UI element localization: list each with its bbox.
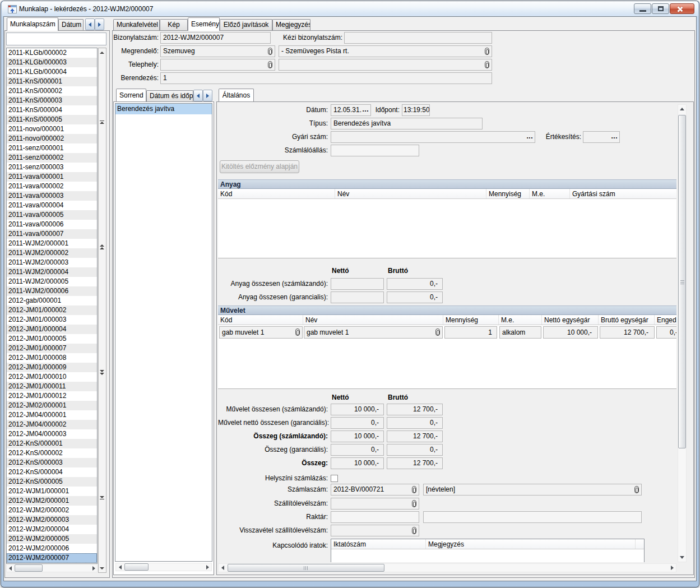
tab-munkafelvetel[interactable]: Munkafelvétel — [113, 19, 160, 30]
col-mennyiseg[interactable]: Mennyiség — [443, 315, 499, 325]
list-item[interactable]: 2012-WJM1/000001 — [7, 487, 97, 496]
worksheet-list[interactable]: 2011-KLGb/0000022011-KLGb/0000032011-KLG… — [6, 48, 98, 564]
date-picker-button[interactable]: ... — [362, 105, 369, 114]
kezi-bizonylatszam-field[interactable] — [344, 32, 492, 44]
berendezes-field[interactable]: 1 — [160, 72, 492, 84]
minimize-button[interactable] — [634, 3, 651, 14]
szallitolevel-field[interactable] — [331, 498, 419, 510]
paperclip-icon[interactable] — [412, 500, 416, 507]
szamlaszam-name-field[interactable]: [névtelen] — [423, 484, 642, 496]
list-item[interactable]: 2011-WJM2/000006 — [7, 286, 97, 296]
close-button[interactable] — [670, 3, 694, 14]
paperclip-icon[interactable] — [435, 328, 440, 336]
list-item[interactable]: 2011-vava/000002 — [7, 182, 97, 191]
kitoltes-button[interactable]: Kitöltés előzmény alapján — [220, 160, 299, 173]
muvelet-netto-egysegar-cell[interactable]: 10 000,- — [543, 326, 598, 339]
event-tab-scroll-right[interactable] — [203, 90, 212, 101]
muvelet-engedmeny-cell[interactable]: 0,- — [656, 326, 676, 339]
event-list[interactable]: Berendezés javítva — [115, 103, 212, 562]
megrendelo-code-field[interactable]: Szemuveg — [160, 45, 275, 57]
list-item[interactable]: 2012-JM04/000001 — [7, 410, 97, 420]
list-item[interactable]: 2012-JM01/000010 — [7, 372, 97, 382]
list-item[interactable]: 2011-WJM2/000003 — [7, 258, 97, 267]
col-mennyiseg[interactable]: Mennyiség — [486, 189, 530, 198]
list-item[interactable]: 2011-vava/000004 — [7, 201, 97, 210]
scroll-down-icon[interactable] — [99, 565, 105, 572]
list-item[interactable]: 2011-KLGb/000002 — [7, 48, 97, 58]
list-item[interactable]: 2012-JM02/000001 — [7, 401, 97, 410]
paperclip-icon[interactable] — [268, 48, 272, 55]
list-item[interactable]: 2011-vava/000001 — [7, 172, 97, 182]
list-item[interactable]: 2011-vava/000007 — [7, 229, 97, 239]
tab-scroll-left-button[interactable] — [85, 18, 95, 30]
scroll-top-icon[interactable] — [99, 119, 105, 126]
muvelet-kod-cell[interactable]: gab muvelet 1 — [219, 326, 303, 339]
detail-vscrollbar[interactable] — [678, 104, 687, 562]
list-item[interactable]: 2011-KnS/000001 — [7, 77, 97, 86]
list-item[interactable]: 2011-senz/000002 — [7, 153, 97, 163]
scroll-right-icon[interactable] — [205, 564, 210, 570]
col-iktatoszam[interactable]: Iktatószám — [331, 539, 426, 549]
list-item[interactable]: 2011-senz/000003 — [7, 163, 97, 172]
szamlaszam-field[interactable]: 2012-BV/000721 — [331, 484, 419, 496]
list-item[interactable]: 2012-WJM2/000004 — [7, 525, 97, 534]
muvelet-me-cell[interactable]: alkalom — [499, 326, 541, 339]
left-list-hscrollbar[interactable] — [6, 564, 98, 572]
list-item[interactable]: 2012-KnS/000003 — [7, 458, 97, 467]
paperclip-icon[interactable] — [268, 61, 272, 68]
list-item[interactable]: 2012-JM01/000012 — [7, 391, 97, 401]
telephely-name-field[interactable] — [279, 59, 492, 71]
tab-munkalapszam[interactable]: Munkalapszám — [7, 17, 58, 31]
list-item[interactable]: 2012-WJM2/000001 — [7, 496, 97, 506]
tipus-field[interactable]: Berendezés javítva — [331, 118, 483, 129]
detail-hscroll-thumb[interactable] — [228, 564, 384, 572]
muvelet-mennyiseg-cell[interactable]: 1 — [444, 326, 497, 339]
tab-altalanos[interactable]: Általános — [219, 89, 254, 102]
list-item[interactable]: 2011-KnS/000003 — [7, 96, 97, 105]
event-hscroll-thumb[interactable] — [124, 563, 149, 571]
szamlaloallas-field[interactable] — [331, 145, 419, 156]
scroll-up-icon[interactable] — [679, 107, 685, 112]
visszavetel-field[interactable] — [331, 525, 419, 536]
scroll-left-icon[interactable] — [220, 565, 225, 571]
list-item[interactable]: 2012-WJM2/000007 — [7, 553, 97, 563]
list-item[interactable]: 2012-JM04/000002 — [7, 420, 97, 429]
raktar-field[interactable] — [331, 511, 419, 523]
col-kod[interactable]: Kód — [218, 315, 303, 325]
list-item[interactable]: 2011-KnS/000002 — [7, 86, 97, 96]
list-item[interactable]: 2011-WJM2/000001 — [7, 239, 97, 248]
list-item[interactable]: 2012-JM01/000005 — [7, 334, 97, 344]
col-engedmeny[interactable]: Engedmény — [655, 315, 676, 325]
telephely-code-field[interactable] — [160, 59, 275, 71]
paperclip-icon[interactable] — [412, 486, 416, 493]
tab-kep[interactable]: Kép — [160, 19, 188, 30]
col-netto-egysegar[interactable]: Nettó egységár — [542, 315, 599, 325]
maximize-button[interactable] — [652, 3, 669, 14]
list-item[interactable]: 2012-JM01/000003 — [7, 315, 97, 325]
list-item[interactable]: 2011-vava/000006 — [7, 220, 97, 229]
col-megjegyzes[interactable]: Megjegyzés — [426, 539, 636, 549]
col-nev[interactable]: Név — [303, 315, 443, 325]
list-item[interactable]: 2011-novo/000001 — [7, 124, 97, 134]
raktar-name-field[interactable] — [423, 511, 642, 523]
list-item[interactable]: 2012-JM04/000003 — [7, 429, 97, 439]
list-item[interactable]: 2011-WJM2/000002 — [7, 248, 97, 258]
tab-megjegyzes[interactable]: Megjegyzés — [272, 19, 310, 30]
list-item[interactable]: 2012-JM01/000007 — [7, 344, 97, 353]
list-item[interactable]: 2011-WJM2/000005 — [7, 277, 97, 286]
col-nev[interactable]: Név — [335, 189, 486, 198]
list-item[interactable]: 2012-JM01/000008 — [7, 353, 97, 363]
list-item[interactable]: 2012-JM01/000011 — [7, 382, 97, 391]
col-gyartasi-szam[interactable]: Gyártási szám — [570, 189, 676, 198]
list-item[interactable]: 2011-novo/000002 — [7, 134, 97, 143]
titlebar[interactable]: Munkalap - lekérdezés - 2012-WJM2/000007 — [2, 1, 698, 16]
page-down-icon[interactable] — [99, 369, 105, 376]
event-list-hscrollbar[interactable] — [115, 563, 212, 571]
list-item[interactable]: 2011-KLGb/000004 — [7, 67, 97, 77]
col-me[interactable]: M.e. — [499, 315, 542, 325]
event-item[interactable]: Berendezés javítva — [115, 104, 212, 114]
tab-elozo-javitasok[interactable]: Előző javítások — [220, 19, 272, 30]
paperclip-icon[interactable] — [485, 48, 489, 55]
list-item[interactable]: 2012-gab/000001 — [7, 296, 97, 305]
paperclip-icon[interactable] — [412, 527, 416, 534]
